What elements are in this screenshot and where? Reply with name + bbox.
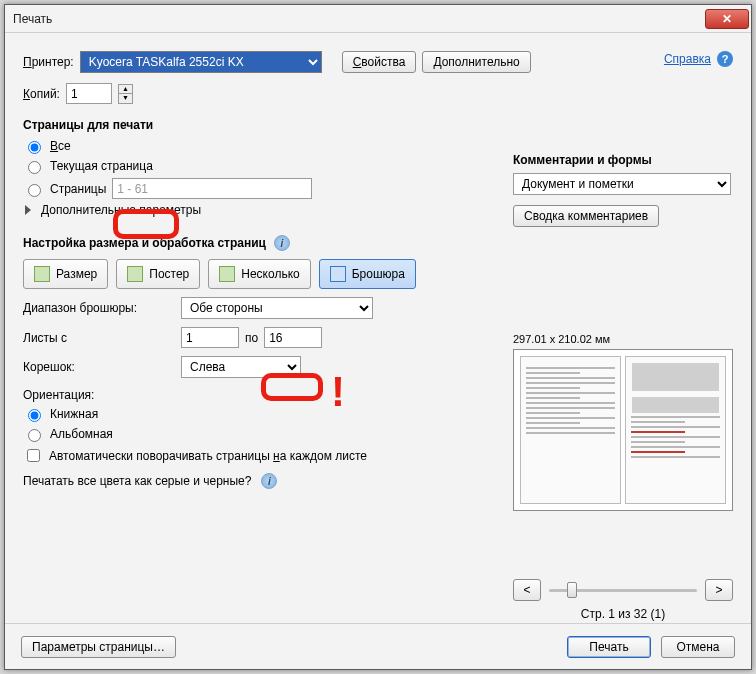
booklet-subset-select[interactable]: Обе стороны xyxy=(181,297,373,319)
help-icon[interactable]: ? xyxy=(717,51,733,67)
cancel-button[interactable]: Отмена xyxy=(661,636,735,658)
advanced-button[interactable]: Дополнительно xyxy=(422,51,530,73)
properties-button[interactable]: Свойства xyxy=(342,51,417,73)
spin-up-icon[interactable]: ▲ xyxy=(118,84,133,94)
print-dialog: Печать ✕ Справка ? Принтер: Kyocera TASK… xyxy=(4,4,752,670)
landscape-label: Альбомная xyxy=(50,427,113,441)
printer-label: Принтер: xyxy=(23,55,74,69)
slider-thumb-icon[interactable] xyxy=(567,582,577,598)
pages-range-input[interactable] xyxy=(112,178,312,199)
print-button[interactable]: Печать xyxy=(567,636,651,658)
summarize-comments-button[interactable]: Сводка комментариев xyxy=(513,205,659,227)
preview-page-left xyxy=(520,356,621,504)
portrait-radio[interactable] xyxy=(28,409,41,422)
comments-section-title: Комментарии и формы xyxy=(513,153,733,167)
pages-all-radio[interactable] xyxy=(28,141,41,154)
binding-select[interactable]: Слева xyxy=(181,356,301,378)
preview-page-counter: Стр. 1 из 32 (1) xyxy=(513,607,733,621)
more-options-toggle[interactable]: Дополнительные параметры xyxy=(41,203,201,217)
copies-label: Копий: xyxy=(23,87,60,101)
booklet-subset-label: Диапазон брошюры: xyxy=(23,301,175,315)
info-icon[interactable]: i xyxy=(274,235,290,251)
auto-rotate-checkbox[interactable] xyxy=(27,449,40,462)
close-button[interactable]: ✕ xyxy=(705,9,749,29)
preview-prev-button[interactable]: < xyxy=(513,579,541,601)
titlebar: Печать ✕ xyxy=(5,5,751,33)
pages-range-label: Страницы xyxy=(50,182,106,196)
booklet-icon xyxy=(330,266,346,282)
sheets-to-label: по xyxy=(245,331,258,345)
pages-section-title: Страницы для печати xyxy=(23,118,493,132)
auto-rotate-label: Автоматически поворачивать страницы на к… xyxy=(49,449,367,463)
preview-next-button[interactable]: > xyxy=(705,579,733,601)
preview-page-right xyxy=(625,356,726,504)
pages-current-radio[interactable] xyxy=(28,161,41,174)
chevron-left-icon: < xyxy=(523,583,530,597)
sheets-from-input[interactable] xyxy=(181,327,239,348)
pages-current-label: Текущая страница xyxy=(50,159,153,173)
poster-mode-button[interactable]: Постер xyxy=(116,259,200,289)
copies-input[interactable] xyxy=(66,83,112,104)
preview-area xyxy=(513,349,733,511)
sheets-from-label: Листы с xyxy=(23,331,175,345)
window-title: Печать xyxy=(13,12,52,26)
portrait-label: Книжная xyxy=(50,407,98,421)
size-mode-button[interactable]: Размер xyxy=(23,259,108,289)
binding-label: Корешок: xyxy=(23,360,175,374)
chevron-right-icon: > xyxy=(715,583,722,597)
preview-slider[interactable] xyxy=(549,579,697,601)
booklet-mode-button[interactable]: Брошюра xyxy=(319,259,416,289)
info-icon[interactable]: i xyxy=(261,473,277,489)
multiple-icon xyxy=(219,266,235,282)
size-icon xyxy=(34,266,50,282)
comments-select[interactable]: Документ и пометки xyxy=(513,173,731,195)
chevron-right-icon[interactable] xyxy=(25,205,31,215)
close-icon: ✕ xyxy=(722,12,732,26)
preview-dimensions: 297.01 x 210.02 мм xyxy=(513,333,733,345)
pages-range-radio[interactable] xyxy=(28,184,41,197)
multiple-mode-button[interactable]: Несколько xyxy=(208,259,310,289)
orientation-title: Ориентация: xyxy=(23,388,493,402)
help-link[interactable]: Справка xyxy=(664,52,711,66)
sizing-section-title: Настройка размера и обработка страниц xyxy=(23,236,266,250)
pages-all-label: Все xyxy=(50,139,71,153)
page-setup-button[interactable]: Параметры страницы… xyxy=(21,636,176,658)
obscured-text xyxy=(56,12,163,26)
grayscale-label: Печатать все цвета как серые и черные? xyxy=(23,474,251,488)
poster-icon xyxy=(127,266,143,282)
landscape-radio[interactable] xyxy=(28,429,41,442)
printer-select[interactable]: Kyocera TASKalfa 2552ci KX xyxy=(80,51,322,73)
sheets-to-input[interactable] xyxy=(264,327,322,348)
spin-down-icon[interactable]: ▼ xyxy=(118,94,133,104)
